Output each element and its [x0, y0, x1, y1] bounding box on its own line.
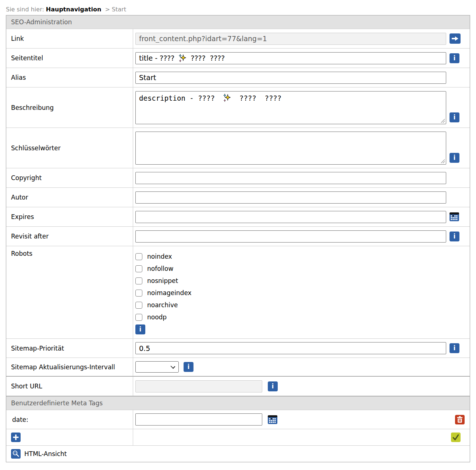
- calendar-icon[interactable]: [268, 415, 277, 424]
- row-autor: Autor: [6, 187, 470, 207]
- checkbox-noarchive[interactable]: [135, 302, 142, 309]
- checkbox-noimageindex[interactable]: [135, 290, 142, 297]
- robots-option-noarchive: noarchive: [135, 301, 192, 309]
- beschreibung-textarea[interactable]: description - ???? ???? ????: [135, 91, 446, 124]
- link-input[interactable]: [135, 33, 446, 45]
- checkbox-label: noodp: [147, 313, 167, 321]
- calendar-icon[interactable]: [450, 212, 459, 221]
- robots-checkbox-group: noindex nofollow nosnippet noimageindex …: [135, 250, 192, 335]
- checkbox-noodp[interactable]: [135, 314, 142, 321]
- checkbox-label: nofollow: [147, 265, 173, 272]
- sparkles-emoji: [223, 93, 231, 102]
- autor-input[interactable]: [135, 191, 446, 204]
- checkbox-label: nosnippet: [147, 277, 178, 284]
- section-title-seo: SEO-Administration: [11, 18, 72, 26]
- info-icon[interactable]: i: [450, 53, 459, 63]
- date-input[interactable]: [135, 413, 262, 426]
- info-icon[interactable]: i: [450, 112, 459, 122]
- row-sitemap-intervall: Sitemap Aktualisierungs-Intervall i: [6, 358, 470, 376]
- row-expires: Expires: [6, 207, 470, 226]
- robots-label: Robots: [6, 246, 133, 338]
- section-header-meta-tags: Benutzerdefinierte Meta Tags: [6, 396, 470, 410]
- robots-option-nosnippet: nosnippet: [135, 277, 192, 284]
- row-schluesselwoerter: Schlüsselwörter i: [6, 128, 470, 168]
- breadcrumb-link-hauptnavigation[interactable]: Hauptnavigation: [46, 6, 102, 13]
- row-short-url: Short URL i: [6, 376, 470, 396]
- link-label: Link: [6, 29, 133, 48]
- robots-option-noindex: noindex: [135, 253, 192, 260]
- sitemap-intervall-select[interactable]: [135, 361, 179, 373]
- row-html-ansicht: HTML-Ansicht: [6, 445, 470, 462]
- html-ansicht-label[interactable]: HTML-Ansicht: [24, 450, 67, 458]
- row-beschreibung: Beschreibung description - ???? ???? ???…: [6, 87, 470, 128]
- info-glyph: i: [272, 383, 274, 390]
- seitentitel-label: Seitentitel: [6, 49, 133, 68]
- row-add-meta-tag: [6, 429, 470, 445]
- row-date: date:: [6, 410, 470, 429]
- info-icon[interactable]: i: [135, 324, 145, 334]
- checkbox-label: noindex: [147, 253, 172, 260]
- info-glyph: i: [454, 345, 456, 351]
- info-glyph: i: [454, 155, 456, 161]
- revisit-after-label: Revisit after: [6, 227, 133, 246]
- autor-label: Autor: [6, 188, 133, 207]
- row-seitentitel: Seitentitel title - ???? ???? ???? i: [6, 48, 470, 68]
- arrow-right-icon[interactable]: [450, 33, 461, 44]
- row-link: Link: [6, 29, 470, 48]
- breadcrumb: Sie sind hier:Hauptnavigation >Start: [0, 0, 476, 15]
- checkbox-nofollow[interactable]: [135, 265, 142, 272]
- section-title-meta-tags: Benutzerdefinierte Meta Tags: [11, 399, 103, 407]
- beschreibung-value-before: description - ????: [139, 94, 215, 102]
- row-sitemap-prioritaet: Sitemap-Priorität i: [6, 338, 470, 358]
- seitentitel-value-before: title - ????: [139, 54, 174, 62]
- date-label: date:: [6, 410, 133, 429]
- checkbox-label: noarchive: [147, 301, 178, 309]
- expires-label: Expires: [6, 207, 133, 226]
- info-glyph: i: [454, 114, 456, 121]
- robots-option-noodp: noodp: [135, 313, 192, 321]
- plus-icon[interactable]: [11, 433, 21, 442]
- short-url-label: Short URL: [6, 377, 133, 396]
- seitentitel-input[interactable]: title - ???? ???? ????: [135, 52, 446, 64]
- info-icon[interactable]: i: [450, 232, 459, 241]
- info-icon[interactable]: i: [268, 381, 278, 391]
- breadcrumb-prefix: Sie sind hier:: [6, 6, 44, 13]
- info-icon[interactable]: i: [450, 153, 459, 163]
- breadcrumb-separator: >: [105, 6, 110, 13]
- alias-label: Alias: [6, 68, 133, 87]
- schluesselwoerter-textarea[interactable]: [135, 132, 446, 165]
- expires-input[interactable]: [135, 211, 446, 223]
- checkbox-noindex[interactable]: [135, 253, 142, 260]
- breadcrumb-current: Start: [112, 6, 126, 13]
- sitemap-intervall-label: Sitemap Aktualisierungs-Intervall: [6, 358, 133, 376]
- row-revisit-after: Revisit after i: [6, 226, 470, 246]
- revisit-after-input[interactable]: [135, 230, 446, 243]
- checkbox-nosnippet[interactable]: [135, 277, 142, 284]
- seitentitel-value-after: ???? ????: [191, 54, 225, 62]
- beschreibung-label: Beschreibung: [6, 87, 133, 128]
- info-glyph: i: [139, 326, 142, 333]
- alias-input[interactable]: [135, 72, 446, 84]
- row-copyright: Copyright: [6, 168, 470, 187]
- trash-icon[interactable]: [455, 415, 465, 424]
- chevron-down-icon: [171, 364, 175, 369]
- add-cell: [6, 429, 133, 445]
- copyright-input[interactable]: [135, 172, 446, 184]
- info-icon[interactable]: i: [450, 343, 459, 353]
- seo-administration-panel: SEO-Administration Link Seitentitel titl…: [6, 15, 470, 462]
- info-glyph: i: [454, 233, 456, 240]
- info-glyph: i: [188, 364, 190, 370]
- magnifier-icon[interactable]: [11, 449, 21, 459]
- resize-grip-icon[interactable]: [440, 159, 445, 164]
- row-alias: Alias: [6, 68, 470, 87]
- checkbox-label: noimageindex: [147, 289, 192, 297]
- beschreibung-value-after: ???? ????: [239, 94, 281, 102]
- resize-grip-icon[interactable]: [440, 118, 445, 123]
- short-url-input[interactable]: [135, 380, 262, 392]
- check-icon[interactable]: [451, 433, 461, 442]
- info-icon[interactable]: i: [184, 362, 193, 372]
- copyright-label: Copyright: [6, 168, 133, 187]
- sitemap-prioritaet-input[interactable]: [135, 342, 446, 354]
- info-glyph: i: [454, 55, 456, 61]
- sparkles-emoji: [178, 54, 187, 62]
